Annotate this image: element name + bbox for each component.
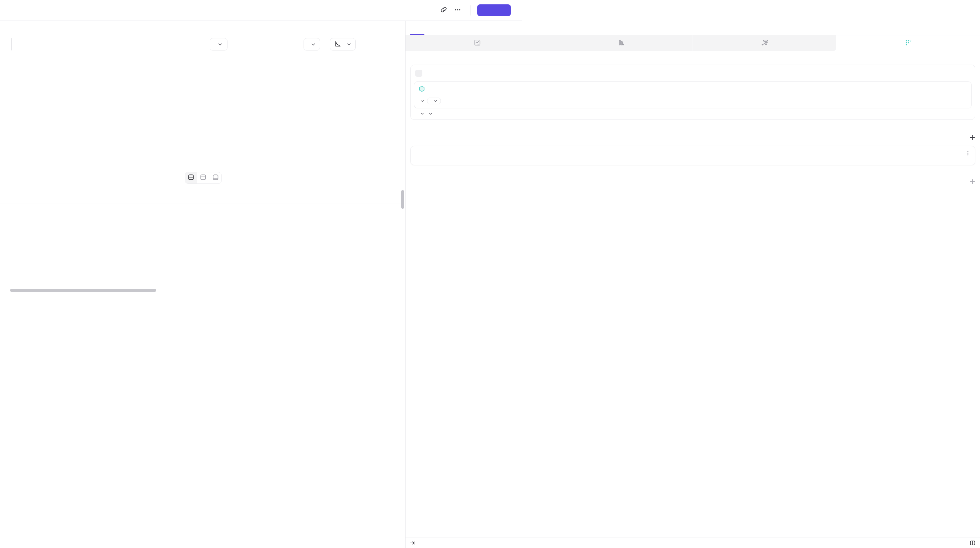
layout-toggle-group (185, 172, 222, 184)
share-link-button[interactable] (438, 5, 449, 16)
chevron-down-icon (347, 43, 351, 45)
chevron-down-icon (421, 100, 424, 102)
top-bar (0, 0, 522, 21)
filter-card (410, 146, 522, 165)
split-view-icon (188, 174, 194, 182)
horizontal-scrollbar[interactable] (10, 289, 156, 292)
chart-only-icon (200, 174, 206, 182)
step-letter-chip (415, 70, 422, 77)
compare-button[interactable] (210, 38, 228, 51)
layout-table-only-button[interactable] (209, 172, 221, 183)
chevron-down-icon (434, 100, 437, 102)
layout-chart-only-button[interactable] (197, 172, 209, 183)
table-only-icon (212, 174, 219, 182)
granularity-dropdown[interactable] (304, 38, 320, 51)
active-tab-underline (410, 34, 425, 35)
save-button[interactable] (477, 4, 511, 16)
frequency-type-dropdown[interactable] (427, 98, 441, 104)
event-hexagon-icon (418, 86, 425, 94)
group-dropdown[interactable] (427, 113, 432, 115)
table-header-row (0, 191, 401, 204)
chart-legend[interactable] (28, 64, 390, 68)
frequency-curve-icon (335, 41, 340, 48)
chevron-down-icon (312, 43, 315, 45)
sidebar (405, 21, 522, 292)
tab-insights[interactable] (406, 35, 522, 51)
frequency-line-chart (0, 65, 405, 167)
frequency-dropdown[interactable] (418, 100, 424, 102)
chevron-down-icon (429, 113, 432, 115)
table-header-rule (0, 204, 401, 204)
main-panel (0, 21, 405, 292)
header-divider (470, 5, 471, 16)
measure-dropdown[interactable] (418, 113, 424, 115)
sidebar-tabs (406, 21, 522, 35)
chart-type-dropdown[interactable] (330, 38, 356, 51)
ellipsis-icon (455, 7, 461, 14)
vertical-scrollbar[interactable] (401, 190, 404, 209)
query-step-card (410, 65, 522, 120)
event-card (414, 81, 522, 108)
chevron-down-icon (218, 43, 222, 45)
chevron-down-icon (421, 113, 424, 115)
layout-split-view-button[interactable] (185, 172, 197, 183)
query-builder (406, 65, 522, 185)
insights-chart-icon (474, 39, 481, 48)
date-range-control (11, 38, 12, 51)
results-table (0, 191, 401, 292)
more-options-button[interactable] (452, 5, 463, 16)
link-icon (441, 6, 447, 14)
legend-swatch (206, 64, 210, 68)
report-type-tabs (406, 35, 522, 51)
